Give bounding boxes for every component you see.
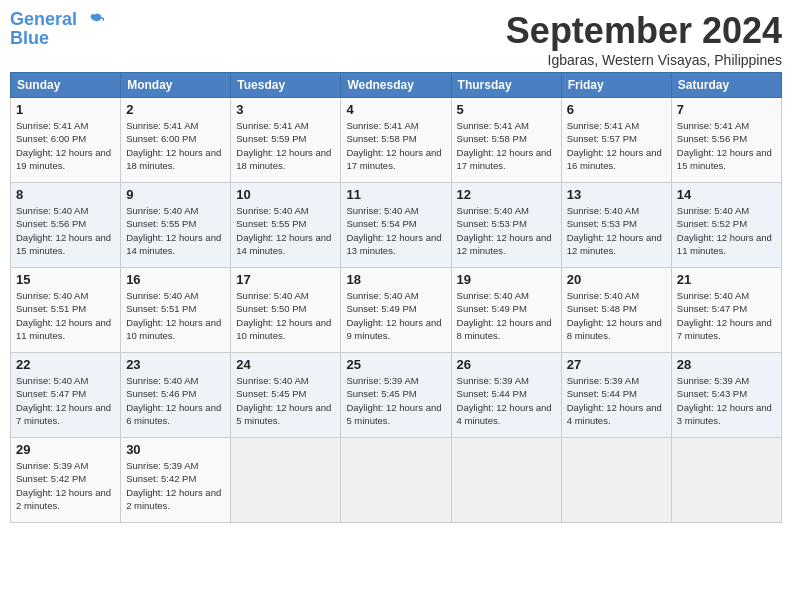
day-number: 22 <box>16 357 115 372</box>
calendar-cell: 12 Sunrise: 5:40 AMSunset: 5:53 PMDaylig… <box>451 183 561 268</box>
day-info: Sunrise: 5:41 AMSunset: 5:58 PMDaylight:… <box>457 119 556 172</box>
calendar-cell: 2 Sunrise: 5:41 AMSunset: 6:00 PMDayligh… <box>121 98 231 183</box>
day-info: Sunrise: 5:40 AMSunset: 5:49 PMDaylight:… <box>457 289 556 342</box>
calendar-cell: 10 Sunrise: 5:40 AMSunset: 5:55 PMDaylig… <box>231 183 341 268</box>
weekday-header-thursday: Thursday <box>451 73 561 98</box>
day-info: Sunrise: 5:40 AMSunset: 5:46 PMDaylight:… <box>126 374 225 427</box>
calendar-week-row: 22 Sunrise: 5:40 AMSunset: 5:47 PMDaylig… <box>11 353 782 438</box>
day-number: 30 <box>126 442 225 457</box>
day-number: 24 <box>236 357 335 372</box>
day-number: 5 <box>457 102 556 117</box>
day-info: Sunrise: 5:40 AMSunset: 5:51 PMDaylight:… <box>126 289 225 342</box>
day-number: 28 <box>677 357 776 372</box>
logo: General Blue <box>10 10 104 47</box>
calendar-cell: 7 Sunrise: 5:41 AMSunset: 5:56 PMDayligh… <box>671 98 781 183</box>
calendar-cell: 25 Sunrise: 5:39 AMSunset: 5:45 PMDaylig… <box>341 353 451 438</box>
location: Igbaras, Western Visayas, Philippines <box>506 52 782 68</box>
weekday-header-sunday: Sunday <box>11 73 121 98</box>
calendar-cell: 30 Sunrise: 5:39 AMSunset: 5:42 PMDaylig… <box>121 438 231 523</box>
day-number: 26 <box>457 357 556 372</box>
day-info: Sunrise: 5:40 AMSunset: 5:48 PMDaylight:… <box>567 289 666 342</box>
weekday-header-monday: Monday <box>121 73 231 98</box>
calendar-cell <box>671 438 781 523</box>
day-number: 7 <box>677 102 776 117</box>
calendar-cell: 20 Sunrise: 5:40 AMSunset: 5:48 PMDaylig… <box>561 268 671 353</box>
weekday-header-tuesday: Tuesday <box>231 73 341 98</box>
day-number: 20 <box>567 272 666 287</box>
day-info: Sunrise: 5:41 AMSunset: 5:58 PMDaylight:… <box>346 119 445 172</box>
calendar-cell <box>341 438 451 523</box>
day-number: 18 <box>346 272 445 287</box>
day-number: 1 <box>16 102 115 117</box>
day-number: 25 <box>346 357 445 372</box>
weekday-header-row: SundayMondayTuesdayWednesdayThursdayFrid… <box>11 73 782 98</box>
weekday-header-wednesday: Wednesday <box>341 73 451 98</box>
day-number: 19 <box>457 272 556 287</box>
calendar-cell: 19 Sunrise: 5:40 AMSunset: 5:49 PMDaylig… <box>451 268 561 353</box>
day-info: Sunrise: 5:39 AMSunset: 5:42 PMDaylight:… <box>126 459 225 512</box>
calendar-cell: 3 Sunrise: 5:41 AMSunset: 5:59 PMDayligh… <box>231 98 341 183</box>
day-info: Sunrise: 5:41 AMSunset: 6:00 PMDaylight:… <box>126 119 225 172</box>
weekday-header-friday: Friday <box>561 73 671 98</box>
calendar-cell: 24 Sunrise: 5:40 AMSunset: 5:45 PMDaylig… <box>231 353 341 438</box>
day-info: Sunrise: 5:39 AMSunset: 5:45 PMDaylight:… <box>346 374 445 427</box>
day-number: 6 <box>567 102 666 117</box>
calendar-cell: 14 Sunrise: 5:40 AMSunset: 5:52 PMDaylig… <box>671 183 781 268</box>
calendar-week-row: 29 Sunrise: 5:39 AMSunset: 5:42 PMDaylig… <box>11 438 782 523</box>
day-info: Sunrise: 5:40 AMSunset: 5:52 PMDaylight:… <box>677 204 776 257</box>
calendar-cell: 4 Sunrise: 5:41 AMSunset: 5:58 PMDayligh… <box>341 98 451 183</box>
day-number: 29 <box>16 442 115 457</box>
calendar-cell: 26 Sunrise: 5:39 AMSunset: 5:44 PMDaylig… <box>451 353 561 438</box>
calendar-cell: 11 Sunrise: 5:40 AMSunset: 5:54 PMDaylig… <box>341 183 451 268</box>
day-info: Sunrise: 5:39 AMSunset: 5:44 PMDaylight:… <box>457 374 556 427</box>
day-number: 9 <box>126 187 225 202</box>
day-info: Sunrise: 5:41 AMSunset: 5:59 PMDaylight:… <box>236 119 335 172</box>
day-number: 14 <box>677 187 776 202</box>
day-info: Sunrise: 5:41 AMSunset: 5:56 PMDaylight:… <box>677 119 776 172</box>
day-info: Sunrise: 5:40 AMSunset: 5:45 PMDaylight:… <box>236 374 335 427</box>
calendar-cell: 21 Sunrise: 5:40 AMSunset: 5:47 PMDaylig… <box>671 268 781 353</box>
day-info: Sunrise: 5:40 AMSunset: 5:55 PMDaylight:… <box>236 204 335 257</box>
weekday-header-saturday: Saturday <box>671 73 781 98</box>
calendar-cell: 6 Sunrise: 5:41 AMSunset: 5:57 PMDayligh… <box>561 98 671 183</box>
calendar-cell: 1 Sunrise: 5:41 AMSunset: 6:00 PMDayligh… <box>11 98 121 183</box>
day-number: 4 <box>346 102 445 117</box>
day-info: Sunrise: 5:40 AMSunset: 5:47 PMDaylight:… <box>16 374 115 427</box>
calendar-cell: 15 Sunrise: 5:40 AMSunset: 5:51 PMDaylig… <box>11 268 121 353</box>
day-info: Sunrise: 5:40 AMSunset: 5:55 PMDaylight:… <box>126 204 225 257</box>
calendar-cell: 29 Sunrise: 5:39 AMSunset: 5:42 PMDaylig… <box>11 438 121 523</box>
day-info: Sunrise: 5:40 AMSunset: 5:56 PMDaylight:… <box>16 204 115 257</box>
day-number: 3 <box>236 102 335 117</box>
day-number: 13 <box>567 187 666 202</box>
calendar-week-row: 15 Sunrise: 5:40 AMSunset: 5:51 PMDaylig… <box>11 268 782 353</box>
page-header: General Blue September 2024 Igbaras, Wes… <box>10 10 782 68</box>
calendar-cell: 8 Sunrise: 5:40 AMSunset: 5:56 PMDayligh… <box>11 183 121 268</box>
day-number: 12 <box>457 187 556 202</box>
day-info: Sunrise: 5:40 AMSunset: 5:50 PMDaylight:… <box>236 289 335 342</box>
day-info: Sunrise: 5:39 AMSunset: 5:43 PMDaylight:… <box>677 374 776 427</box>
logo-text-general: General <box>10 9 77 29</box>
day-info: Sunrise: 5:40 AMSunset: 5:49 PMDaylight:… <box>346 289 445 342</box>
calendar-cell: 13 Sunrise: 5:40 AMSunset: 5:53 PMDaylig… <box>561 183 671 268</box>
day-info: Sunrise: 5:41 AMSunset: 6:00 PMDaylight:… <box>16 119 115 172</box>
day-number: 2 <box>126 102 225 117</box>
calendar-cell <box>561 438 671 523</box>
day-info: Sunrise: 5:41 AMSunset: 5:57 PMDaylight:… <box>567 119 666 172</box>
day-number: 21 <box>677 272 776 287</box>
calendar-cell: 22 Sunrise: 5:40 AMSunset: 5:47 PMDaylig… <box>11 353 121 438</box>
calendar-cell: 23 Sunrise: 5:40 AMSunset: 5:46 PMDaylig… <box>121 353 231 438</box>
calendar-cell: 5 Sunrise: 5:41 AMSunset: 5:58 PMDayligh… <box>451 98 561 183</box>
calendar-cell: 27 Sunrise: 5:39 AMSunset: 5:44 PMDaylig… <box>561 353 671 438</box>
day-info: Sunrise: 5:39 AMSunset: 5:44 PMDaylight:… <box>567 374 666 427</box>
day-number: 17 <box>236 272 335 287</box>
day-number: 23 <box>126 357 225 372</box>
day-info: Sunrise: 5:40 AMSunset: 5:53 PMDaylight:… <box>457 204 556 257</box>
day-number: 11 <box>346 187 445 202</box>
calendar-cell <box>231 438 341 523</box>
day-number: 15 <box>16 272 115 287</box>
day-number: 27 <box>567 357 666 372</box>
calendar-cell: 9 Sunrise: 5:40 AMSunset: 5:55 PMDayligh… <box>121 183 231 268</box>
calendar-table: SundayMondayTuesdayWednesdayThursdayFrid… <box>10 72 782 523</box>
calendar-cell <box>451 438 561 523</box>
day-info: Sunrise: 5:40 AMSunset: 5:53 PMDaylight:… <box>567 204 666 257</box>
